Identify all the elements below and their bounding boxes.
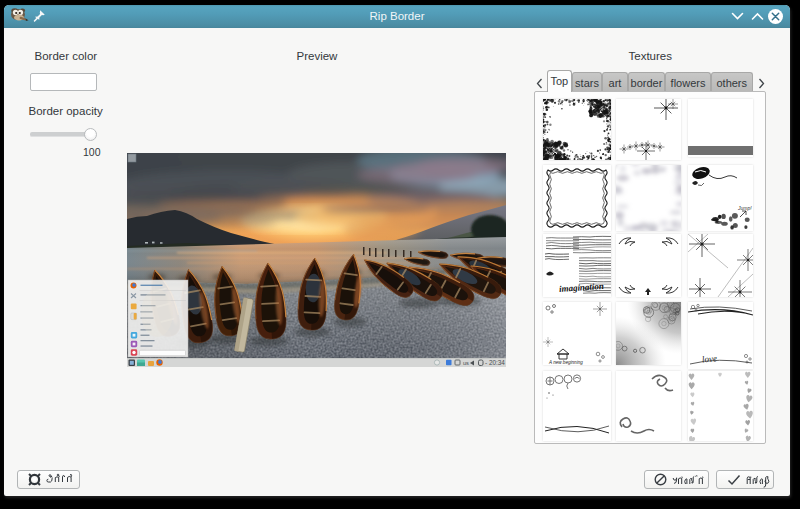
svg-text:love: love (701, 353, 717, 365)
svg-text:- 20:34: - 20:34 (485, 359, 505, 366)
svg-text:Jump!: Jump! (737, 205, 752, 211)
svg-text:imagination: imagination (559, 281, 605, 294)
svg-text:us: us (463, 360, 469, 366)
svg-text:A new beginning: A new beginning (548, 360, 583, 365)
